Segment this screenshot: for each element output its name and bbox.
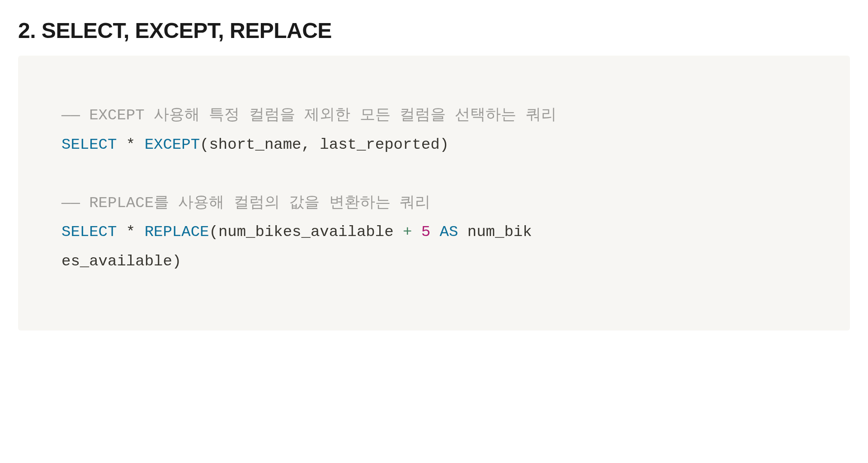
operator-plus: + <box>403 223 412 241</box>
identifier-num-bik-wrap: num_bik <box>467 223 532 241</box>
code-block: —— EXCEPT 사용해 특정 컬럼을 제외한 모든 컬럼을 선택하는 쿼리 … <box>18 56 850 331</box>
keyword-select: SELECT <box>61 223 117 241</box>
paren-open: ( <box>200 136 209 153</box>
number-literal: 5 <box>421 223 430 241</box>
keyword-select: SELECT <box>61 136 117 153</box>
blank-line <box>61 159 807 189</box>
paren-close: ) <box>172 253 181 270</box>
identifier-last-reported: last_reported <box>320 136 439 153</box>
identifier-num-bikes-available: num_bikes_available <box>218 223 403 241</box>
keyword-replace: REPLACE <box>145 223 209 241</box>
code-line-comment-2: —— REPLACE를 사용해 컬럼의 값을 변환하는 쿼리 <box>61 189 807 218</box>
space-token <box>430 223 439 241</box>
identifier-es-available-wrap: es_available <box>61 253 172 270</box>
comment-text: REPLACE를 사용해 컬럼의 값을 변환하는 쿼리 <box>89 194 430 212</box>
identifier-short-name: short_name <box>209 136 301 153</box>
comma-token: , <box>302 136 320 153</box>
keyword-except: EXCEPT <box>145 136 200 153</box>
space-token <box>412 223 421 241</box>
star-token: * <box>117 136 144 153</box>
space-token <box>458 223 467 241</box>
code-line-select-except: SELECT * EXCEPT(short_name, last_reporte… <box>61 130 807 160</box>
comment-text: EXCEPT 사용해 특정 컬럼을 제외한 모든 컬럼을 선택하는 쿼리 <box>89 107 557 124</box>
paren-close: ) <box>440 136 449 153</box>
keyword-as: AS <box>440 223 458 241</box>
star-token: * <box>117 223 144 241</box>
code-line-select-replace-2: es_available) <box>61 247 807 276</box>
paren-open: ( <box>209 223 218 241</box>
code-line-comment-1: —— EXCEPT 사용해 특정 컬럼을 제외한 모든 컬럼을 선택하는 쿼리 <box>61 101 807 130</box>
code-line-select-replace-1: SELECT * REPLACE(num_bikes_available + 5… <box>61 217 807 247</box>
comment-prefix: —— <box>61 194 89 212</box>
section-heading: 2. SELECT, EXCEPT, REPLACE <box>18 18 850 43</box>
comment-prefix: —— <box>61 107 89 124</box>
